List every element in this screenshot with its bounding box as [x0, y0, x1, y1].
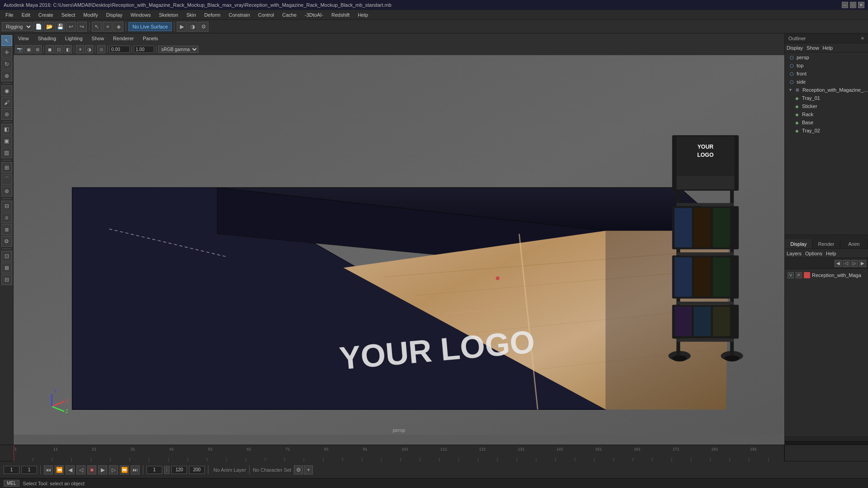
vp-xray-btn[interactable]: ⊙ [97, 45, 105, 53]
new-scene-button[interactable]: 📄 [33, 22, 43, 32]
undo-button[interactable]: ↩ [66, 22, 76, 32]
vp-solid-btn[interactable]: ◼ [46, 45, 54, 53]
vp-wire-btn[interactable]: ⊡ [55, 45, 63, 53]
cb-ctrl-left[interactable]: ◀ [835, 260, 842, 267]
vp-menu-panels[interactable]: Panels [138, 35, 163, 42]
vp-shadow-btn[interactable]: ◑ [85, 45, 93, 53]
range-start-input[interactable] [146, 466, 162, 474]
playback-end-input[interactable] [189, 466, 205, 474]
next-frame-btn[interactable]: ⏩ [120, 465, 129, 474]
snap-point-btn[interactable]: ⊛ [1, 186, 12, 197]
cb-ctrl-prev[interactable]: ◁ [843, 260, 850, 267]
open-scene-button[interactable]: 📂 [44, 22, 54, 32]
cb-tab-anim[interactable]: Anim [840, 239, 868, 249]
ol-item-top[interactable]: ⬡ top [785, 61, 868, 70]
go-end-btn[interactable]: ⏭ [131, 465, 140, 474]
vp-camera-btn[interactable]: 📷 [15, 45, 24, 53]
ol-menu-display[interactable]: Display [787, 45, 803, 51]
snap-grid-btn[interactable]: ⊞ [1, 162, 12, 173]
vp-grid-btn[interactable]: ⊞ [33, 45, 42, 53]
menu-modify[interactable]: Modify [80, 11, 101, 19]
range-handle[interactable]: │ [164, 466, 170, 474]
ol-item-front[interactable]: ⬡ front [785, 70, 868, 78]
prev-key-btn[interactable]: ◀ [66, 465, 75, 474]
vp-menu-show[interactable]: Show [87, 35, 109, 42]
cb-ctrl-next[interactable]: ▷ [851, 260, 858, 267]
ol-item-rack[interactable]: ◈ Rack [785, 110, 868, 118]
layer-v-btn[interactable]: V [788, 272, 794, 278]
mode-dropdown[interactable]: Rigging [2, 22, 33, 31]
attribute-editor-btn[interactable]: ≣ [1, 224, 12, 235]
redo-button[interactable]: ↪ [77, 22, 87, 32]
menu-skin[interactable]: Skin [183, 11, 199, 19]
stop-btn[interactable]: ■ [87, 465, 96, 474]
char-set-btn1[interactable]: ⚙ [294, 465, 303, 474]
select-tool-btn[interactable]: ↖ [1, 35, 12, 46]
cb-bottom-scroll[interactable] [785, 441, 868, 445]
char-set-btn2[interactable]: + [304, 465, 313, 474]
history-btn[interactable]: ⊟ [1, 201, 12, 211]
ol-item-base[interactable]: ◈ Base [785, 118, 868, 127]
paint-tool[interactable]: ◈ [113, 22, 123, 32]
cb-tab-display[interactable]: Display [785, 239, 812, 249]
vp-light-btn[interactable]: ☀ [76, 45, 84, 53]
save-scene-button[interactable]: 💾 [55, 22, 65, 32]
scale-tool-btn[interactable]: ⊕ [1, 70, 12, 81]
menu-edit[interactable]: Edit [18, 11, 34, 19]
menu-help[interactable]: Help [354, 11, 372, 19]
vp-film-btn[interactable]: ▣ [24, 45, 33, 53]
paint-weights-btn[interactable]: 🖌 [1, 97, 12, 108]
ol-item-sticker[interactable]: ◈ Sticker [785, 102, 868, 110]
menu-deform[interactable]: Deform [201, 11, 224, 19]
play-back-btn[interactable]: ◁ [76, 465, 85, 474]
menu-windows[interactable]: Windows [127, 11, 155, 19]
current-frame-input[interactable] [4, 466, 19, 474]
minimize-button[interactable]: ─ [842, 2, 848, 8]
vp-menu-lighting[interactable]: Lighting [61, 35, 87, 42]
menu-control[interactable]: Control [255, 11, 278, 19]
ol-item-persp[interactable]: ⬡ persp [785, 53, 868, 61]
vp-texture-btn[interactable]: ◧ [64, 45, 72, 53]
menu-create[interactable]: Create [35, 11, 57, 19]
channel-box-btn[interactable]: ≡ [1, 212, 12, 223]
next-key-btn[interactable]: ▷ [109, 465, 118, 474]
tool-settings-btn[interactable]: ⚙ [1, 236, 12, 247]
show-hide-btn[interactable]: ◧ [1, 124, 12, 135]
menu-3dtoai[interactable]: -3DtoAI- [301, 11, 327, 19]
go-start-btn[interactable]: ⏮ [44, 465, 53, 474]
vp-colorspace-dropdown[interactable]: sRGB gamma [158, 46, 198, 53]
render-layer-btn[interactable]: ▥ [1, 147, 12, 158]
mel-button[interactable]: MEL [4, 480, 19, 487]
vp-gamma-input[interactable] [109, 46, 130, 53]
menu-display[interactable]: Display [103, 11, 126, 19]
move-tool-btn[interactable]: ✛ [1, 47, 12, 58]
range-end-input[interactable] [171, 466, 187, 474]
graph-editor-btn[interactable]: ⊟ [1, 274, 12, 285]
cb-scrollbar-h[interactable] [785, 436, 868, 441]
menu-select[interactable]: Select [58, 11, 79, 19]
vp-menu-renderer[interactable]: Renderer [108, 35, 138, 42]
ol-item-side[interactable]: ⬡ side [785, 78, 868, 86]
viewport[interactable]: View Shading Lighting Show Renderer Pane… [14, 33, 784, 445]
display-layer-btn[interactable]: ▣ [1, 136, 12, 146]
ol-item-reception-group[interactable]: ▼ ⊞ Reception_with_Magazine_... [785, 86, 868, 94]
live-surface-label[interactable]: No Live Surface [128, 22, 172, 31]
lasso-tool[interactable]: ⌖ [103, 22, 113, 32]
layer-p-btn[interactable]: P [796, 272, 802, 278]
sculpt-btn[interactable]: ⊚ [1, 109, 12, 120]
vp-menu-shading[interactable]: Shading [33, 35, 61, 42]
cb-tab-render[interactable]: Render [812, 239, 840, 249]
prev-frame-btn[interactable]: ⏪ [55, 465, 64, 474]
render-button[interactable]: ▶ [177, 22, 187, 32]
snap-curve-btn[interactable]: ⌒ [1, 174, 12, 185]
menu-cache[interactable]: Cache [278, 11, 300, 19]
frame-step-input[interactable] [21, 466, 37, 474]
render-settings-button[interactable]: ⚙ [198, 22, 208, 32]
maximize-button[interactable]: □ [850, 2, 856, 8]
close-button[interactable]: ✕ [858, 2, 864, 8]
outliner-close-btn[interactable]: ✕ [861, 36, 864, 41]
outliner-scrollbar-h[interactable] [785, 235, 868, 239]
animation-timeline[interactable] [14, 445, 784, 461]
hypershade-btn[interactable]: ⊠ [1, 263, 12, 273]
select-tool[interactable]: ↖ [92, 22, 102, 32]
